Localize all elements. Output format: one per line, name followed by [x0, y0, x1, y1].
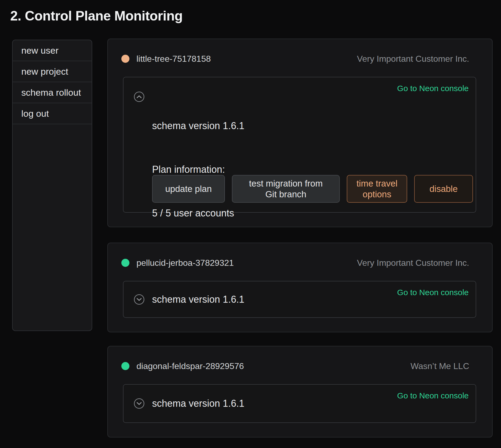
sidebar-item-new-user[interactable]: new user: [13, 40, 92, 61]
chevron-down-icon: [134, 294, 145, 305]
project-name: pellucid-jerboa-37829321: [136, 258, 234, 268]
schema-version: schema version 1.6.1: [152, 119, 332, 133]
schema-row: schema version 1.6.1: [134, 398, 244, 409]
chevron-down-icon: [134, 398, 145, 409]
plan-usage-line: 5 / 5 user accounts: [152, 206, 332, 220]
expand-toggle[interactable]: [134, 398, 145, 409]
project-card: diagonal-feldspar-28929576 Wasn’t Me LLC…: [107, 346, 493, 437]
card-actions: update plan test migration from Git bran…: [152, 175, 473, 203]
customer-name: Wasn’t Me LLC: [410, 361, 469, 371]
project-card: little-tree-75178158 Very Important Cust…: [107, 39, 493, 227]
time-travel-label: time travel options: [353, 178, 401, 200]
status-dot: [121, 259, 129, 267]
neon-console-link[interactable]: Go to Neon console: [397, 84, 469, 93]
project-details-panel: Go to Neon console schema version 1.6.1: [123, 384, 476, 423]
test-migration-label: test migration from Git branch: [243, 178, 329, 200]
time-travel-options-button[interactable]: time travel options: [347, 175, 407, 203]
status-dot: [121, 55, 129, 63]
page-title: 2. Control Plane Monitoring: [10, 8, 183, 24]
schema-version: schema version 1.6.1: [152, 294, 244, 305]
sidebar-item-log-out[interactable]: log out: [13, 103, 92, 124]
sidebar: new user new project schema rollout log …: [12, 40, 92, 331]
sidebar-item-new-project[interactable]: new project: [13, 61, 92, 82]
project-card: pellucid-jerboa-37829321 Very Important …: [107, 243, 493, 332]
test-migration-button[interactable]: test migration from Git branch: [232, 175, 340, 203]
project-name: diagonal-feldspar-28929576: [136, 361, 244, 371]
neon-console-link[interactable]: Go to Neon console: [397, 391, 469, 400]
schema-row: schema version 1.6.1: [134, 294, 244, 305]
plan-info-heading: Plan information:: [152, 162, 332, 177]
sidebar-item-schema-rollout[interactable]: schema rollout: [13, 82, 92, 103]
project-details-panel: Go to Neon console schema version 1.6.1: [123, 281, 476, 318]
collapse-toggle[interactable]: [134, 91, 145, 102]
expand-toggle[interactable]: [134, 294, 145, 305]
chevron-up-icon: [134, 91, 145, 102]
project-name: little-tree-75178158: [136, 54, 211, 64]
project-details-panel: Go to Neon console schema version 1.6.1 …: [123, 77, 476, 213]
schema-version: schema version 1.6.1: [152, 398, 244, 409]
neon-console-link[interactable]: Go to Neon console: [397, 288, 469, 297]
customer-name: Very Important Customer Inc.: [357, 258, 469, 268]
disable-button[interactable]: disable: [414, 175, 473, 203]
customer-name: Very Important Customer Inc.: [357, 54, 469, 64]
update-plan-button[interactable]: update plan: [152, 175, 225, 203]
status-dot: [121, 362, 129, 370]
